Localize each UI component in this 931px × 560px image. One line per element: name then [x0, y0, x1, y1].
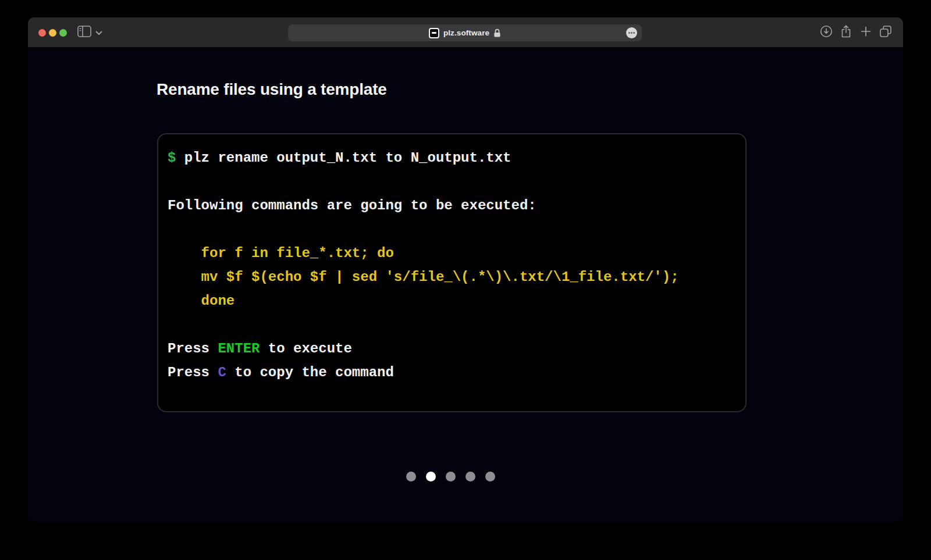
- blank-line: [168, 217, 736, 241]
- sidebar-toggle-button[interactable]: [77, 26, 91, 38]
- hint-enter-line: Press ENTER to execute: [168, 337, 736, 361]
- blank-line: [168, 313, 736, 337]
- hint-text: to execute: [260, 341, 351, 356]
- copy-key-label: C: [218, 365, 226, 380]
- code-line-2: mv $f $(echo $f | sed 's/file_\(.*\)\.tx…: [168, 265, 736, 289]
- share-button[interactable]: [840, 26, 852, 40]
- terminal-favicon-icon: [429, 28, 439, 38]
- terminal-demo-card: $ plz rename output_N.txt to N_output.tx…: [157, 133, 747, 412]
- toolbar-actions: [820, 17, 892, 47]
- hint-text: to copy the command: [226, 365, 394, 380]
- sidebar-menu-button[interactable]: [95, 30, 102, 35]
- browser-toolbar: plz.software: [28, 17, 903, 47]
- hint-text: Press: [168, 365, 218, 380]
- carousel-dot-1[interactable]: [406, 472, 416, 481]
- sidebar-icon: [77, 26, 91, 39]
- close-button[interactable]: [38, 29, 46, 37]
- desktop-background: plz.software: [0, 0, 931, 560]
- ellipsis-icon: [626, 31, 637, 40]
- carousel-dot-2[interactable]: [426, 472, 436, 481]
- carousel-dots: [406, 472, 495, 481]
- tab-overview-button[interactable]: [879, 26, 892, 40]
- downloads-button[interactable]: [820, 26, 833, 40]
- new-tab-button[interactable]: [859, 26, 872, 40]
- tab-overview-icon: [879, 25, 892, 40]
- hint-copy-line: Press C to copy the command: [168, 361, 736, 384]
- page-content: Rename files using a template $ plz rena…: [28, 47, 903, 522]
- address-bar[interactable]: plz.software: [288, 24, 642, 41]
- window-controls: [38, 29, 67, 37]
- address-bar-url: plz.software: [443, 28, 489, 37]
- blank-line: [168, 170, 736, 194]
- minimize-button[interactable]: [49, 29, 56, 37]
- terminal-command-line: $ plz rename output_N.txt to N_output.tx…: [168, 146, 736, 170]
- page-title: Rename files using a template: [157, 80, 387, 99]
- plus-icon: [860, 26, 872, 39]
- carousel-dot-5[interactable]: [485, 472, 495, 481]
- share-icon: [840, 24, 852, 40]
- chevron-down-icon: [95, 28, 102, 37]
- download-icon: [820, 25, 833, 40]
- browser-window: plz.software: [28, 17, 903, 522]
- command-text: plz rename output_N.txt to N_output.txt: [176, 150, 511, 166]
- carousel-dot-3[interactable]: [446, 472, 456, 481]
- code-line-1: for f in file_*.txt; do: [168, 241, 736, 265]
- lock-icon: [493, 28, 501, 38]
- page-settings-button[interactable]: [626, 27, 637, 38]
- terminal-message: Following commands are going to be execu…: [168, 194, 736, 217]
- carousel-dot-4[interactable]: [466, 472, 475, 481]
- enter-key-label: ENTER: [218, 341, 260, 356]
- code-line-3: done: [168, 289, 736, 313]
- fullscreen-button[interactable]: [59, 29, 67, 37]
- hint-text: Press: [168, 341, 218, 356]
- shell-prompt: $: [168, 150, 176, 166]
